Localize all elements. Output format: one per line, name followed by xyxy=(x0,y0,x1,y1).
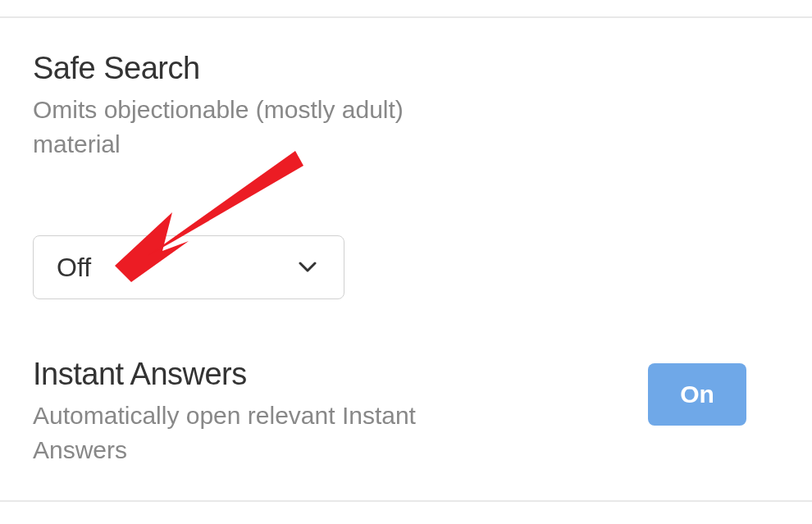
safe-search-section: Safe Search Omits objectionable (mostly … xyxy=(0,18,812,299)
safe-search-description: Omits objectionable (mostly adult) mater… xyxy=(33,93,492,162)
instant-answers-description: Automatically open relevant Instant Answ… xyxy=(33,399,492,467)
instant-answers-title: Instant Answers xyxy=(33,357,648,392)
safe-search-dropdown-value: Off xyxy=(57,253,91,283)
chevron-down-icon xyxy=(298,257,317,277)
safe-search-dropdown[interactable]: Off xyxy=(33,235,344,299)
divider-bottom xyxy=(0,500,812,502)
instant-answers-section: Instant Answers Automatically open relev… xyxy=(0,299,812,467)
settings-panel: Safe Search Omits objectionable (mostly … xyxy=(0,16,812,502)
safe-search-title: Safe Search xyxy=(33,51,779,86)
instant-answers-toggle-label: On xyxy=(680,380,714,408)
instant-answers-toggle[interactable]: On xyxy=(648,363,746,426)
